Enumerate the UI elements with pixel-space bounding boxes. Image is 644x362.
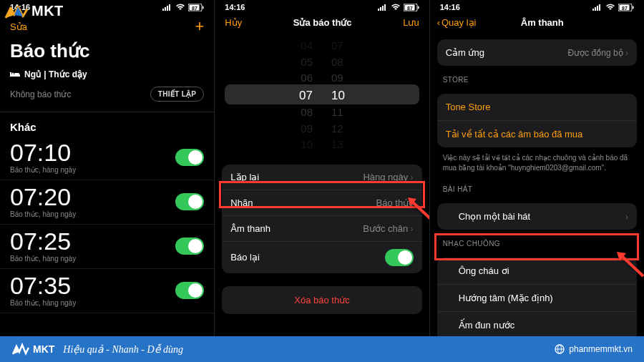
wifi-icon xyxy=(175,4,185,11)
store-hint: Việc này sẽ tải về tất cả các nhạc chuôn… xyxy=(430,147,644,175)
svg-rect-14 xyxy=(380,7,381,11)
repeat-value: Hàng ngày xyxy=(363,172,408,182)
alarm-toggle[interactable] xyxy=(175,238,204,255)
alarm-settings: Lặp lại Hàng ngày› Nhãn Báo thức Âm than… xyxy=(222,165,421,273)
alarm-toggle[interactable] xyxy=(175,282,204,299)
ringtone-row[interactable]: Hướng tâm (Mặc định) xyxy=(437,285,637,312)
svg-rect-24 xyxy=(599,4,600,11)
battery-icon: 87 xyxy=(404,4,419,11)
svg-rect-12 xyxy=(14,73,19,74)
svg-rect-6 xyxy=(203,6,204,9)
sound-row[interactable]: Âm thanh Bước chân› xyxy=(222,216,421,242)
banner-logo-text: MKT xyxy=(33,343,54,355)
snooze-row: Báo lại xyxy=(222,242,421,273)
svg-text:87: 87 xyxy=(192,5,197,10)
chevron-left-icon: ‹ xyxy=(437,17,440,28)
svg-point-11 xyxy=(12,73,14,75)
svg-rect-16 xyxy=(384,4,386,11)
chevron-right-icon: › xyxy=(625,211,628,222)
add-alarm-button[interactable]: + xyxy=(195,17,204,36)
alarm-sub: Báo thức, hàng ngày xyxy=(10,210,76,218)
status-right: 87 xyxy=(592,4,634,11)
svg-rect-3 xyxy=(169,4,170,11)
banner-slogan: Hiệu quả - Nhanh - Dễ dùng xyxy=(63,343,183,356)
chevron-right-icon: › xyxy=(410,223,413,234)
edit-nav: Hủy Sửa báo thức Lưu xyxy=(215,13,429,32)
alarm-sub: Báo thức, hàng ngày xyxy=(10,255,76,263)
svg-text:87: 87 xyxy=(622,5,628,10)
banner-logo-icon xyxy=(11,343,30,356)
status-right: 87 xyxy=(162,4,204,11)
page-title: Báo thức xyxy=(0,36,214,69)
ringtones-header: NHẠC CHUÔNG xyxy=(430,230,644,250)
repeat-row[interactable]: Lặp lại Hàng ngày› xyxy=(222,165,421,190)
svg-rect-23 xyxy=(597,6,598,11)
banner-logo: MKT xyxy=(11,343,54,356)
globe-icon xyxy=(555,344,565,354)
sound-label: Âm thanh xyxy=(230,223,270,234)
annotation-arrow xyxy=(615,250,644,278)
vibration-value: Được đồng bộ xyxy=(568,48,623,58)
no-alarm-text: Không báo thức xyxy=(10,89,71,99)
brand-name: MKT xyxy=(31,3,64,19)
svg-rect-8 xyxy=(10,74,20,77)
label-label: Nhãn xyxy=(230,197,253,208)
ringtone-row[interactable]: Ông cháu ơi xyxy=(437,258,637,285)
alarm-row[interactable]: 07:10 Báo thức, hàng ngày xyxy=(0,136,214,180)
alarm-toggle[interactable] xyxy=(175,149,204,166)
snooze-toggle[interactable] xyxy=(385,249,414,266)
svg-rect-1 xyxy=(165,7,166,11)
edit-button[interactable]: Sửa xyxy=(10,21,27,32)
setup-button[interactable]: THIẾT LẬP xyxy=(150,87,204,102)
svg-rect-9 xyxy=(10,72,11,77)
cancel-button[interactable]: Hủy xyxy=(225,17,242,28)
pick-song-row[interactable]: Chọn một bài hát › xyxy=(437,203,637,230)
svg-rect-10 xyxy=(19,74,20,77)
alarm-sub: Báo thức, hàng ngày xyxy=(10,166,76,174)
svg-rect-22 xyxy=(595,7,596,11)
status-time: 14:16 xyxy=(225,3,245,11)
repeat-label: Lặp lại xyxy=(230,172,259,182)
tone-store-row[interactable]: Tone Store xyxy=(437,94,637,121)
vibration-row[interactable]: Cảm ứng Được đồng bộ› xyxy=(437,39,637,66)
songs-card: Chọn một bài hát › xyxy=(437,203,637,230)
alarm-toggle[interactable] xyxy=(175,193,204,210)
brand-logo-icon xyxy=(4,4,29,19)
delete-alarm-button[interactable]: Xóa báo thức xyxy=(222,286,421,314)
vibration-card: Cảm ứng Được đồng bộ› xyxy=(437,39,637,66)
time-picker[interactable]: 0407 0508 0609 0710 0811 0912 1013 xyxy=(215,32,429,157)
alarm-time: 07:25 xyxy=(10,229,76,253)
ringtone-row[interactable]: Ấm đun nước xyxy=(437,312,637,336)
banner-site[interactable]: phanmemmkt.vn xyxy=(555,344,633,354)
svg-rect-2 xyxy=(167,6,168,11)
svg-text:87: 87 xyxy=(407,5,413,10)
alarm-time: 07:20 xyxy=(10,185,76,209)
alarm-row[interactable]: 07:20 Báo thức, hàng ngày xyxy=(0,180,214,225)
pick-song-label: Chọn một bài hát xyxy=(446,211,531,222)
alarm-row[interactable]: 07:35 Báo thức, hàng ngày xyxy=(0,269,214,313)
songs-header: BÀI HÁT xyxy=(430,175,644,196)
alarm-time: 07:35 xyxy=(10,273,76,298)
screen-edit-alarm: 14:16 87 Hủy Sửa báo thức Lưu 0407 0508 … xyxy=(215,0,429,336)
svg-rect-13 xyxy=(378,9,379,11)
sound-title: Âm thanh xyxy=(447,17,637,28)
signal-icon xyxy=(162,4,172,11)
save-button[interactable]: Lưu xyxy=(403,17,419,28)
alarm-row[interactable]: 07:25 Báo thức, hàng ngày xyxy=(0,225,214,269)
sleep-wake-header: Ngủ | Thức dậy xyxy=(0,69,214,84)
sound-value: Bước chân xyxy=(363,223,408,234)
signal-icon xyxy=(378,4,388,11)
battery-icon: 87 xyxy=(618,4,634,11)
chevron-right-icon: › xyxy=(410,172,413,182)
label-row[interactable]: Nhãn Báo thức xyxy=(222,190,421,216)
battery-icon: 87 xyxy=(188,4,204,11)
status-right: 87 xyxy=(378,4,419,11)
chevron-right-icon: › xyxy=(625,47,628,58)
download-all-row[interactable]: Tải về tất cả các âm báo đã mua xyxy=(437,121,637,147)
edit-title: Sửa báo thức xyxy=(293,17,352,28)
screen-alarms: 14:16 87 Sửa + Báo thức Ngủ | Thức dậy K… xyxy=(0,0,215,336)
wifi-icon xyxy=(605,4,615,11)
status-time: 14:16 xyxy=(440,3,460,11)
sleep-wake-label: Ngủ | Thức dậy xyxy=(24,69,87,79)
alarm-time: 07:10 xyxy=(10,140,76,165)
